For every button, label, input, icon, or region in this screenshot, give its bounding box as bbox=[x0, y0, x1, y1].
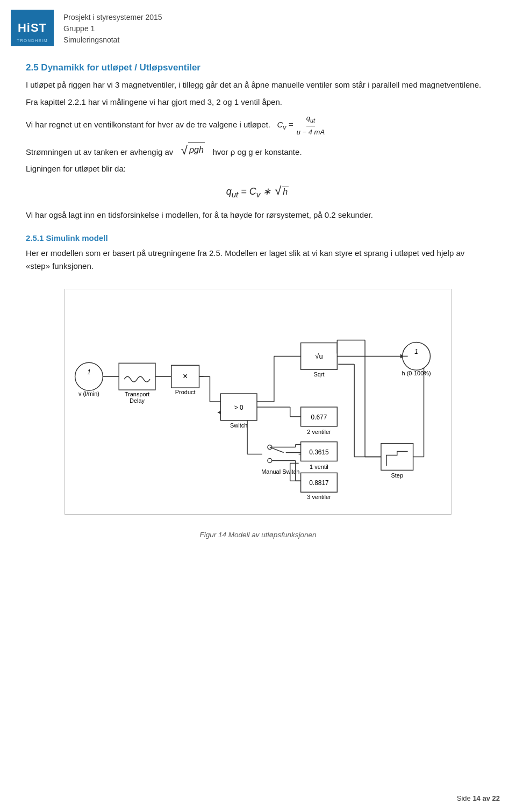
svg-rect-31 bbox=[119, 363, 155, 390]
svg-text:√u: √u bbox=[315, 352, 322, 360]
equation-sqrt-icon: √ bbox=[275, 185, 281, 197]
svg-marker-17 bbox=[217, 410, 221, 415]
svg-rect-37 bbox=[220, 394, 257, 421]
svg-text:Step: Step bbox=[391, 472, 404, 479]
svg-rect-54 bbox=[301, 442, 338, 461]
svg-text:Transport: Transport bbox=[125, 391, 149, 397]
svg-point-49 bbox=[268, 445, 272, 450]
svg-text:Product: Product bbox=[175, 389, 196, 395]
cv-fraction: qut u − 4 mA bbox=[297, 113, 325, 138]
section-title: 2.5 Dynamikk for utløpet / Utløpsventile… bbox=[26, 62, 490, 73]
svg-text:Delay: Delay bbox=[130, 397, 145, 404]
main-content: 2.5 Dynamikk for utløpet / Utløpsventile… bbox=[0, 52, 516, 555]
equation-display: qut = Cv ∗ √ h bbox=[226, 186, 290, 197]
svg-text:1: 1 bbox=[87, 368, 91, 376]
svg-text:2 ventiler: 2 ventiler bbox=[307, 429, 331, 435]
diagram-svg: 1 v (l/min) Transport Delay × Product > … bbox=[65, 289, 451, 514]
sqrt-content: ρgh bbox=[188, 143, 205, 157]
svg-rect-46 bbox=[301, 407, 338, 426]
svg-text:0.8817: 0.8817 bbox=[309, 479, 329, 487]
subsection-title: 2.5.1 Simulink modell bbox=[26, 233, 490, 243]
cv-formula: Cv = qut u − 4 mA bbox=[277, 120, 326, 129]
svg-rect-40 bbox=[301, 343, 338, 369]
sqrt-formula: √ ρgh bbox=[181, 143, 205, 157]
svg-text:h (0-100%): h (0-100%) bbox=[402, 370, 431, 376]
para5: Vi har også lagt inn en tidsforsinkelse … bbox=[26, 209, 490, 222]
para3-post: hvor ρ og g er konstante. bbox=[212, 147, 302, 156]
svg-text:3 ventiler: 3 ventiler bbox=[307, 494, 331, 500]
sqrt-symbol-icon: √ bbox=[181, 145, 188, 156]
svg-rect-60 bbox=[381, 444, 413, 471]
svg-point-50 bbox=[268, 458, 272, 462]
para2-pre: Vi har regnet ut en ventilkonstant for h… bbox=[26, 120, 270, 129]
subsection-text1: Her er modellen som er basert på utregni… bbox=[26, 247, 490, 273]
fraction-denominator: u − 4 mA bbox=[297, 126, 325, 138]
para3: Strømningen ut av tanken er avhengig av … bbox=[26, 143, 490, 159]
svg-point-28 bbox=[75, 362, 103, 390]
svg-text:v (l/min): v (l/min) bbox=[78, 390, 99, 397]
footer-text: Side 14 av 22 bbox=[457, 794, 500, 802]
logo: HiST TRONDHEIM bbox=[11, 10, 54, 46]
intro-paragraph: I utløpet på riggen har vi 3 magnetventi… bbox=[26, 79, 490, 91]
para3-pre: Strømningen ut av tanken er avhengig av bbox=[26, 147, 173, 156]
header-line1: Prosjekt i styresystemer 2015 bbox=[63, 12, 162, 23]
svg-text:0.3615: 0.3615 bbox=[309, 448, 329, 455]
para1: Fra kapittel 2.2.1 har vi målingene vi h… bbox=[26, 96, 490, 109]
page-header: HiST TRONDHEIM Prosjekt i styresystemer … bbox=[0, 0, 516, 52]
figure-caption: Figur 14 Modell av utløpsfunksjonen bbox=[26, 531, 490, 539]
svg-text:1 ventil: 1 ventil bbox=[310, 464, 328, 470]
svg-text:> 0: > 0 bbox=[234, 404, 243, 411]
para2: Vi har regnet ut en ventilkonstant for h… bbox=[26, 113, 490, 138]
svg-rect-57 bbox=[301, 473, 338, 492]
svg-text:0.677: 0.677 bbox=[311, 414, 327, 421]
svg-text:Switch: Switch bbox=[230, 422, 247, 429]
equation-sqrt: √ h bbox=[275, 185, 289, 197]
para4-label: Ligningen for utløpet blir da: bbox=[26, 162, 490, 175]
svg-point-43 bbox=[403, 342, 431, 370]
equation-sqrt-h: h bbox=[282, 187, 289, 197]
svg-rect-34 bbox=[171, 365, 199, 388]
svg-marker-10 bbox=[400, 354, 405, 358]
svg-text:Sqrt: Sqrt bbox=[313, 371, 324, 377]
fraction-numerator: qut bbox=[306, 113, 315, 126]
main-equation: qut = Cv ∗ √ h bbox=[26, 185, 490, 199]
header-info: Prosjekt i styresystemer 2015 Gruppe 1 S… bbox=[63, 10, 162, 46]
header-line3: Simuleringsnotat bbox=[63, 34, 162, 46]
header-line2: Gruppe 1 bbox=[63, 23, 162, 34]
svg-text:Manual Switch: Manual Switch bbox=[261, 468, 299, 475]
svg-line-51 bbox=[270, 447, 284, 452]
svg-text:×: × bbox=[183, 372, 188, 381]
logo-text: HiST bbox=[18, 22, 47, 34]
page-footer: Side 14 av 22 bbox=[457, 794, 500, 802]
svg-text:1: 1 bbox=[414, 348, 418, 355]
simulink-diagram: 1 v (l/min) Transport Delay × Product > … bbox=[64, 289, 452, 515]
logo-subtext: TRONDHEIM bbox=[11, 38, 54, 43]
